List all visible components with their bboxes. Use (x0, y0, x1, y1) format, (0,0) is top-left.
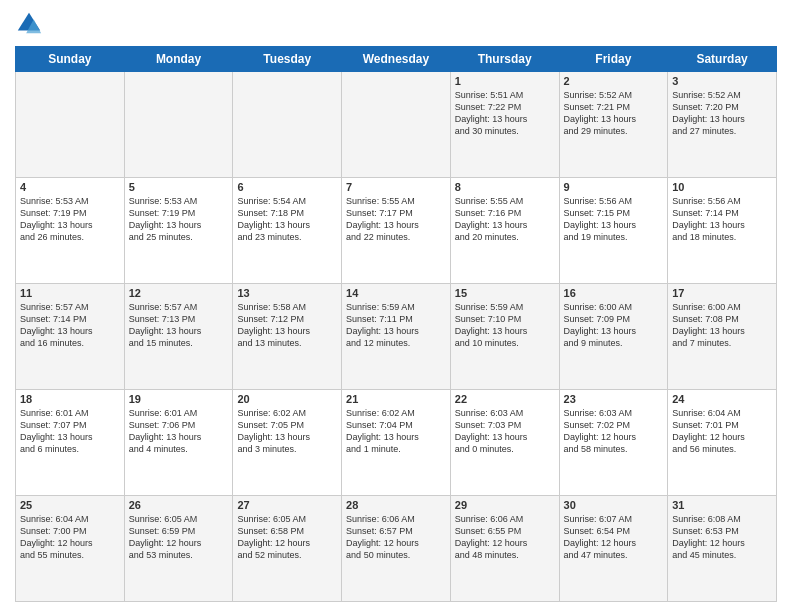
day-info: Sunrise: 6:07 AM Sunset: 6:54 PM Dayligh… (564, 513, 664, 562)
day-number: 18 (20, 393, 120, 405)
calendar-cell: 7Sunrise: 5:55 AM Sunset: 7:17 PM Daylig… (342, 178, 451, 284)
day-header-monday: Monday (124, 47, 233, 72)
calendar-cell: 4Sunrise: 5:53 AM Sunset: 7:19 PM Daylig… (16, 178, 125, 284)
day-number: 31 (672, 499, 772, 511)
calendar-cell: 18Sunrise: 6:01 AM Sunset: 7:07 PM Dayli… (16, 390, 125, 496)
day-number: 7 (346, 181, 446, 193)
calendar-cell: 22Sunrise: 6:03 AM Sunset: 7:03 PM Dayli… (450, 390, 559, 496)
day-number: 1 (455, 75, 555, 87)
header (15, 10, 777, 38)
calendar-week-5: 25Sunrise: 6:04 AM Sunset: 7:00 PM Dayli… (16, 496, 777, 602)
day-number: 12 (129, 287, 229, 299)
day-info: Sunrise: 6:01 AM Sunset: 7:06 PM Dayligh… (129, 407, 229, 456)
day-number: 9 (564, 181, 664, 193)
day-info: Sunrise: 6:06 AM Sunset: 6:55 PM Dayligh… (455, 513, 555, 562)
calendar-cell: 3Sunrise: 5:52 AM Sunset: 7:20 PM Daylig… (668, 72, 777, 178)
day-info: Sunrise: 6:08 AM Sunset: 6:53 PM Dayligh… (672, 513, 772, 562)
day-number: 30 (564, 499, 664, 511)
calendar-cell (16, 72, 125, 178)
day-info: Sunrise: 6:01 AM Sunset: 7:07 PM Dayligh… (20, 407, 120, 456)
calendar-week-4: 18Sunrise: 6:01 AM Sunset: 7:07 PM Dayli… (16, 390, 777, 496)
day-number: 16 (564, 287, 664, 299)
logo (15, 10, 47, 38)
calendar-cell: 14Sunrise: 5:59 AM Sunset: 7:11 PM Dayli… (342, 284, 451, 390)
day-info: Sunrise: 6:03 AM Sunset: 7:02 PM Dayligh… (564, 407, 664, 456)
day-number: 11 (20, 287, 120, 299)
day-info: Sunrise: 5:55 AM Sunset: 7:16 PM Dayligh… (455, 195, 555, 244)
day-info: Sunrise: 5:51 AM Sunset: 7:22 PM Dayligh… (455, 89, 555, 138)
calendar-cell: 10Sunrise: 5:56 AM Sunset: 7:14 PM Dayli… (668, 178, 777, 284)
day-info: Sunrise: 5:56 AM Sunset: 7:15 PM Dayligh… (564, 195, 664, 244)
day-number: 22 (455, 393, 555, 405)
calendar-cell: 23Sunrise: 6:03 AM Sunset: 7:02 PM Dayli… (559, 390, 668, 496)
calendar-cell: 31Sunrise: 6:08 AM Sunset: 6:53 PM Dayli… (668, 496, 777, 602)
calendar-cell: 25Sunrise: 6:04 AM Sunset: 7:00 PM Dayli… (16, 496, 125, 602)
day-number: 27 (237, 499, 337, 511)
day-header-wednesday: Wednesday (342, 47, 451, 72)
calendar-cell: 2Sunrise: 5:52 AM Sunset: 7:21 PM Daylig… (559, 72, 668, 178)
day-number: 2 (564, 75, 664, 87)
day-info: Sunrise: 5:59 AM Sunset: 7:11 PM Dayligh… (346, 301, 446, 350)
calendar-cell (124, 72, 233, 178)
calendar-cell: 1Sunrise: 5:51 AM Sunset: 7:22 PM Daylig… (450, 72, 559, 178)
day-info: Sunrise: 6:04 AM Sunset: 7:00 PM Dayligh… (20, 513, 120, 562)
page: SundayMondayTuesdayWednesdayThursdayFrid… (0, 0, 792, 612)
day-number: 24 (672, 393, 772, 405)
calendar-cell (342, 72, 451, 178)
day-number: 14 (346, 287, 446, 299)
calendar-cell: 5Sunrise: 5:53 AM Sunset: 7:19 PM Daylig… (124, 178, 233, 284)
calendar-cell: 12Sunrise: 5:57 AM Sunset: 7:13 PM Dayli… (124, 284, 233, 390)
day-info: Sunrise: 5:52 AM Sunset: 7:20 PM Dayligh… (672, 89, 772, 138)
day-number: 3 (672, 75, 772, 87)
day-info: Sunrise: 5:57 AM Sunset: 7:14 PM Dayligh… (20, 301, 120, 350)
day-info: Sunrise: 6:04 AM Sunset: 7:01 PM Dayligh… (672, 407, 772, 456)
calendar-cell: 16Sunrise: 6:00 AM Sunset: 7:09 PM Dayli… (559, 284, 668, 390)
calendar-cell: 17Sunrise: 6:00 AM Sunset: 7:08 PM Dayli… (668, 284, 777, 390)
day-number: 13 (237, 287, 337, 299)
calendar-week-1: 1Sunrise: 5:51 AM Sunset: 7:22 PM Daylig… (16, 72, 777, 178)
day-info: Sunrise: 6:00 AM Sunset: 7:09 PM Dayligh… (564, 301, 664, 350)
calendar-cell: 8Sunrise: 5:55 AM Sunset: 7:16 PM Daylig… (450, 178, 559, 284)
day-info: Sunrise: 5:57 AM Sunset: 7:13 PM Dayligh… (129, 301, 229, 350)
calendar-cell: 11Sunrise: 5:57 AM Sunset: 7:14 PM Dayli… (16, 284, 125, 390)
day-info: Sunrise: 6:05 AM Sunset: 6:59 PM Dayligh… (129, 513, 229, 562)
calendar-cell: 15Sunrise: 5:59 AM Sunset: 7:10 PM Dayli… (450, 284, 559, 390)
calendar-cell: 26Sunrise: 6:05 AM Sunset: 6:59 PM Dayli… (124, 496, 233, 602)
day-info: Sunrise: 5:53 AM Sunset: 7:19 PM Dayligh… (20, 195, 120, 244)
day-info: Sunrise: 5:59 AM Sunset: 7:10 PM Dayligh… (455, 301, 555, 350)
calendar-header-row: SundayMondayTuesdayWednesdayThursdayFrid… (16, 47, 777, 72)
day-header-friday: Friday (559, 47, 668, 72)
day-number: 10 (672, 181, 772, 193)
day-number: 23 (564, 393, 664, 405)
calendar-cell (233, 72, 342, 178)
calendar-cell: 19Sunrise: 6:01 AM Sunset: 7:06 PM Dayli… (124, 390, 233, 496)
day-number: 15 (455, 287, 555, 299)
calendar-cell: 13Sunrise: 5:58 AM Sunset: 7:12 PM Dayli… (233, 284, 342, 390)
calendar-cell: 9Sunrise: 5:56 AM Sunset: 7:15 PM Daylig… (559, 178, 668, 284)
day-info: Sunrise: 5:56 AM Sunset: 7:14 PM Dayligh… (672, 195, 772, 244)
calendar-week-3: 11Sunrise: 5:57 AM Sunset: 7:14 PM Dayli… (16, 284, 777, 390)
day-info: Sunrise: 6:05 AM Sunset: 6:58 PM Dayligh… (237, 513, 337, 562)
day-info: Sunrise: 5:52 AM Sunset: 7:21 PM Dayligh… (564, 89, 664, 138)
day-number: 5 (129, 181, 229, 193)
day-number: 28 (346, 499, 446, 511)
day-header-sunday: Sunday (16, 47, 125, 72)
day-info: Sunrise: 6:03 AM Sunset: 7:03 PM Dayligh… (455, 407, 555, 456)
day-number: 20 (237, 393, 337, 405)
calendar-cell: 27Sunrise: 6:05 AM Sunset: 6:58 PM Dayli… (233, 496, 342, 602)
day-number: 17 (672, 287, 772, 299)
day-info: Sunrise: 6:02 AM Sunset: 7:04 PM Dayligh… (346, 407, 446, 456)
day-number: 4 (20, 181, 120, 193)
day-info: Sunrise: 5:58 AM Sunset: 7:12 PM Dayligh… (237, 301, 337, 350)
calendar-cell: 20Sunrise: 6:02 AM Sunset: 7:05 PM Dayli… (233, 390, 342, 496)
day-number: 8 (455, 181, 555, 193)
calendar-cell: 29Sunrise: 6:06 AM Sunset: 6:55 PM Dayli… (450, 496, 559, 602)
day-number: 29 (455, 499, 555, 511)
calendar-cell: 24Sunrise: 6:04 AM Sunset: 7:01 PM Dayli… (668, 390, 777, 496)
day-number: 19 (129, 393, 229, 405)
calendar-table: SundayMondayTuesdayWednesdayThursdayFrid… (15, 46, 777, 602)
calendar-week-2: 4Sunrise: 5:53 AM Sunset: 7:19 PM Daylig… (16, 178, 777, 284)
day-number: 25 (20, 499, 120, 511)
logo-icon (15, 10, 43, 38)
day-header-saturday: Saturday (668, 47, 777, 72)
